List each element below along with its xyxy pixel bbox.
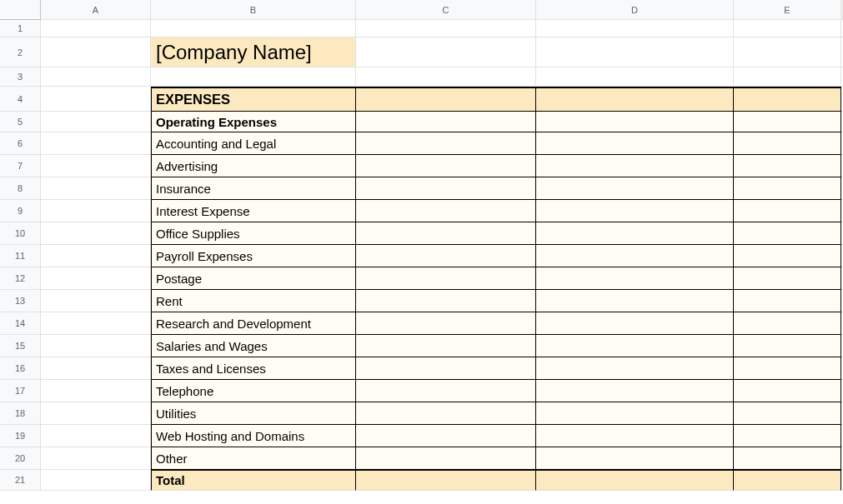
cell-D2[interactable] — [536, 37, 734, 67]
cell-A1[interactable] — [41, 20, 151, 37]
cell-C16[interactable] — [356, 357, 536, 380]
row-header-3[interactable]: 3 — [0, 67, 41, 87]
cell-C21[interactable] — [356, 470, 536, 491]
cell-E9[interactable] — [734, 200, 841, 222]
cell-D19[interactable] — [536, 425, 734, 447]
cell-C2[interactable] — [356, 37, 536, 67]
cell-A13[interactable] — [41, 290, 151, 312]
cell-D14[interactable] — [536, 312, 734, 335]
row-header-14[interactable]: 14 — [0, 312, 41, 335]
cell-E4[interactable] — [734, 87, 841, 112]
cell-E14[interactable] — [734, 312, 841, 335]
cell-C18[interactable] — [356, 402, 536, 425]
cell-D9[interactable] — [536, 200, 734, 222]
cell-E1[interactable] — [734, 20, 841, 37]
expense-item[interactable]: Web Hosting and Domains — [151, 425, 356, 447]
cell-C19[interactable] — [356, 425, 536, 447]
cell-D12[interactable] — [536, 267, 734, 290]
cell-D13[interactable] — [536, 290, 734, 312]
company-name-cell[interactable]: [Company Name] — [151, 37, 356, 67]
row-header-8[interactable]: 8 — [0, 177, 41, 200]
cell-E17[interactable] — [734, 380, 841, 402]
cell-D15[interactable] — [536, 335, 734, 357]
cell-B3[interactable] — [151, 67, 356, 87]
cell-D20[interactable] — [536, 447, 734, 470]
row-header-19[interactable]: 19 — [0, 425, 41, 447]
cell-D17[interactable] — [536, 380, 734, 402]
cell-A19[interactable] — [41, 425, 151, 447]
cell-E6[interactable] — [734, 132, 841, 155]
cell-C11[interactable] — [356, 245, 536, 267]
row-header-11[interactable]: 11 — [0, 245, 41, 267]
cell-E21[interactable] — [734, 470, 841, 491]
row-header-18[interactable]: 18 — [0, 402, 41, 425]
expense-item[interactable]: Payroll Expenses — [151, 245, 356, 267]
expense-item[interactable]: Accounting and Legal — [151, 132, 356, 155]
col-header-D[interactable]: D — [536, 0, 734, 20]
cell-E8[interactable] — [734, 177, 841, 200]
expense-item[interactable]: Interest Expense — [151, 200, 356, 222]
cell-C14[interactable] — [356, 312, 536, 335]
row-header-21[interactable]: 21 — [0, 470, 41, 491]
cell-C5[interactable] — [356, 112, 536, 132]
cell-E15[interactable] — [734, 335, 841, 357]
cell-D1[interactable] — [536, 20, 734, 37]
cell-D7[interactable] — [536, 155, 734, 177]
select-all-corner[interactable] — [0, 0, 41, 20]
row-header-9[interactable]: 9 — [0, 200, 41, 222]
col-header-C[interactable]: C — [356, 0, 536, 20]
cell-A11[interactable] — [41, 245, 151, 267]
cell-A15[interactable] — [41, 335, 151, 357]
row-header-6[interactable]: 6 — [0, 132, 41, 155]
row-header-13[interactable]: 13 — [0, 290, 41, 312]
cell-A21[interactable] — [41, 470, 151, 491]
cell-E7[interactable] — [734, 155, 841, 177]
row-header-16[interactable]: 16 — [0, 357, 41, 380]
cell-A4[interactable] — [41, 87, 151, 112]
col-header-E[interactable]: E — [734, 0, 841, 20]
cell-C3[interactable] — [356, 67, 536, 87]
expense-item[interactable]: Postage — [151, 267, 356, 290]
cell-E3[interactable] — [734, 67, 841, 87]
expense-item[interactable]: Research and Development — [151, 312, 356, 335]
expenses-header-cell[interactable]: EXPENSES — [151, 87, 356, 112]
cell-E18[interactable] — [734, 402, 841, 425]
expense-item[interactable]: Telephone — [151, 380, 356, 402]
cell-E16[interactable] — [734, 357, 841, 380]
cell-C7[interactable] — [356, 155, 536, 177]
cell-A3[interactable] — [41, 67, 151, 87]
cell-A7[interactable] — [41, 155, 151, 177]
cell-E13[interactable] — [734, 290, 841, 312]
operating-expenses-cell[interactable]: Operating Expenses — [151, 112, 356, 132]
cell-C9[interactable] — [356, 200, 536, 222]
expense-item[interactable]: Utilities — [151, 402, 356, 425]
cell-D10[interactable] — [536, 222, 734, 245]
row-header-12[interactable]: 12 — [0, 267, 41, 290]
expense-item[interactable]: Advertising — [151, 155, 356, 177]
cell-C8[interactable] — [356, 177, 536, 200]
cell-C6[interactable] — [356, 132, 536, 155]
cell-A12[interactable] — [41, 267, 151, 290]
cell-C12[interactable] — [356, 267, 536, 290]
expense-item[interactable]: Taxes and Licenses — [151, 357, 356, 380]
row-header-4[interactable]: 4 — [0, 87, 41, 112]
row-header-1[interactable]: 1 — [0, 20, 41, 37]
cell-C13[interactable] — [356, 290, 536, 312]
cell-C15[interactable] — [356, 335, 536, 357]
expense-item[interactable]: Other — [151, 447, 356, 470]
cell-D18[interactable] — [536, 402, 734, 425]
cell-A2[interactable] — [41, 37, 151, 67]
expense-item[interactable]: Rent — [151, 290, 356, 312]
cell-A17[interactable] — [41, 380, 151, 402]
cell-A6[interactable] — [41, 132, 151, 155]
cell-A5[interactable] — [41, 112, 151, 132]
cell-D6[interactable] — [536, 132, 734, 155]
cell-E11[interactable] — [734, 245, 841, 267]
cell-D16[interactable] — [536, 357, 734, 380]
cell-C1[interactable] — [356, 20, 536, 37]
row-header-15[interactable]: 15 — [0, 335, 41, 357]
cell-E10[interactable] — [734, 222, 841, 245]
cell-E12[interactable] — [734, 267, 841, 290]
expense-item[interactable]: Office Supplies — [151, 222, 356, 245]
cell-B1[interactable] — [151, 20, 356, 37]
